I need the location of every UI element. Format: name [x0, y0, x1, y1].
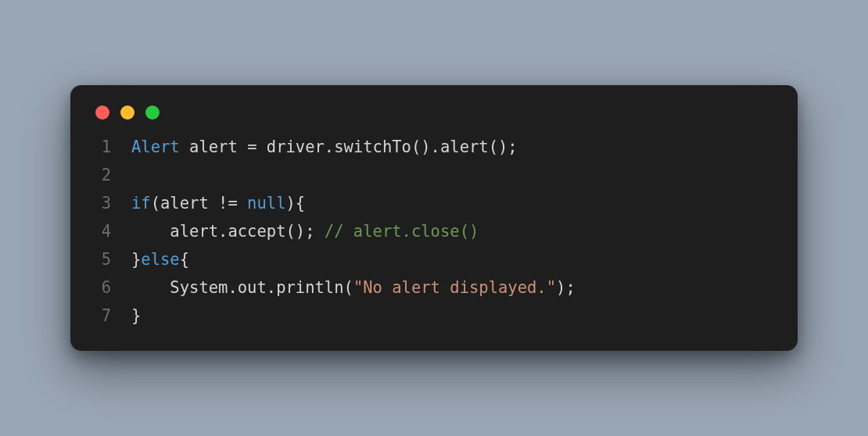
code-line: 5 }else{ [83, 246, 782, 274]
line-number: 2 [83, 162, 111, 190]
line-number: 1 [83, 134, 111, 162]
line-number: 4 [83, 218, 111, 246]
window-titlebar [70, 85, 798, 134]
code-line: 1 Alert alert = driver.switchTo().alert(… [83, 134, 782, 162]
code-line: 4 alert.accept(); // alert.close() [83, 218, 782, 246]
code-content: }else{ [111, 246, 189, 274]
code-content: System.out.println("No alert displayed."… [111, 274, 576, 302]
line-number: 6 [83, 274, 111, 302]
code-line: 3 if(alert != null){ [83, 190, 782, 218]
code-window: 1 Alert alert = driver.switchTo().alert(… [70, 85, 798, 350]
minimize-icon[interactable] [120, 105, 135, 120]
code-area: 1 Alert alert = driver.switchTo().alert(… [70, 134, 798, 330]
line-number: 7 [83, 302, 111, 331]
line-number: 3 [83, 190, 111, 218]
code-content: alert.accept(); // alert.close() [111, 218, 479, 246]
maximize-icon[interactable] [145, 105, 160, 120]
close-icon[interactable] [95, 105, 109, 120]
code-content: Alert alert = driver.switchTo().alert(); [111, 134, 518, 162]
code-content: if(alert != null){ [111, 190, 305, 218]
code-line: 6 System.out.println("No alert displayed… [83, 274, 782, 302]
line-number: 5 [83, 246, 111, 274]
code-line: 7 } [83, 302, 782, 331]
code-line: 2 [83, 162, 782, 190]
code-content: } [111, 302, 141, 331]
